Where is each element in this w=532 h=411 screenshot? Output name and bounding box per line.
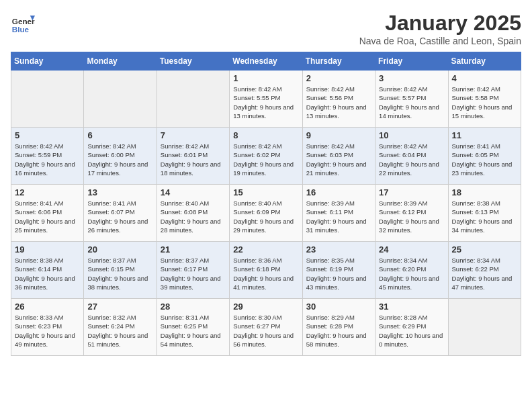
day-info: Sunrise: 8:42 AMSunset: 5:59 PMDaylight:… (15, 142, 80, 177)
day-number: 21 (161, 244, 226, 255)
day-info: Sunrise: 8:38 AMSunset: 6:13 PMDaylight:… (452, 199, 517, 234)
day-info: Sunrise: 8:35 AMSunset: 6:19 PMDaylight:… (306, 256, 371, 291)
day-info: Sunrise: 8:42 AMSunset: 5:55 PMDaylight:… (233, 85, 298, 120)
title-section: January 2025 Nava de Roa, Castille and L… (359, 11, 521, 46)
day-cell (11, 71, 84, 128)
day-cell: 18Sunrise: 8:38 AMSunset: 6:13 PMDayligh… (448, 185, 521, 242)
day-info: Sunrise: 8:33 AMSunset: 6:23 PMDaylight:… (15, 313, 80, 349)
day-cell: 16Sunrise: 8:39 AMSunset: 6:11 PMDayligh… (302, 185, 375, 242)
day-info: Sunrise: 8:39 AMSunset: 6:11 PMDaylight:… (306, 199, 371, 234)
day-info: Sunrise: 8:34 AMSunset: 6:20 PMDaylight:… (379, 256, 444, 291)
day-cell: 28Sunrise: 8:31 AMSunset: 6:25 PMDayligh… (157, 299, 229, 356)
day-cell: 19Sunrise: 8:38 AMSunset: 6:14 PMDayligh… (11, 242, 84, 299)
day-number: 8 (233, 130, 298, 140)
day-info: Sunrise: 8:42 AMSunset: 6:01 PMDaylight:… (161, 142, 226, 177)
page-header: General Blue January 2025 Nava de Roa, C… (11, 11, 521, 46)
day-number: 24 (379, 244, 444, 255)
day-info: Sunrise: 8:37 AMSunset: 6:15 PMDaylight:… (87, 256, 152, 291)
day-info: Sunrise: 8:42 AMSunset: 5:58 PMDaylight:… (452, 85, 517, 120)
day-cell: 27Sunrise: 8:32 AMSunset: 6:24 PMDayligh… (84, 299, 157, 356)
day-number: 11 (452, 130, 517, 140)
day-number: 15 (233, 187, 298, 197)
day-cell: 22Sunrise: 8:36 AMSunset: 6:18 PMDayligh… (230, 242, 302, 299)
day-cell: 4Sunrise: 8:42 AMSunset: 5:58 PMDaylight… (448, 71, 521, 128)
day-info: Sunrise: 8:39 AMSunset: 6:12 PMDaylight:… (379, 199, 444, 234)
day-info: Sunrise: 8:41 AMSunset: 6:06 PMDaylight:… (15, 199, 80, 234)
day-cell: 11Sunrise: 8:41 AMSunset: 6:05 PMDayligh… (448, 128, 521, 185)
day-info: Sunrise: 8:41 AMSunset: 6:07 PMDaylight:… (87, 199, 152, 234)
day-info: Sunrise: 8:41 AMSunset: 6:05 PMDaylight:… (452, 142, 517, 177)
day-number: 20 (87, 244, 152, 255)
week-row-2: 5Sunrise: 8:42 AMSunset: 5:59 PMDaylight… (11, 128, 521, 185)
day-cell: 10Sunrise: 8:42 AMSunset: 6:04 PMDayligh… (375, 128, 448, 185)
day-info: Sunrise: 8:32 AMSunset: 6:24 PMDaylight:… (87, 313, 152, 349)
day-number: 9 (306, 130, 371, 140)
day-cell: 13Sunrise: 8:41 AMSunset: 6:07 PMDayligh… (84, 185, 157, 242)
day-info: Sunrise: 8:42 AMSunset: 6:00 PMDaylight:… (87, 142, 152, 177)
weekday-header-row: Sunday Monday Tuesday Wednesday Thursday… (11, 52, 521, 71)
day-number: 3 (379, 73, 444, 83)
day-cell: 12Sunrise: 8:41 AMSunset: 6:06 PMDayligh… (11, 185, 84, 242)
day-info: Sunrise: 8:42 AMSunset: 6:02 PMDaylight:… (233, 142, 298, 177)
day-info: Sunrise: 8:40 AMSunset: 6:09 PMDaylight:… (233, 199, 298, 234)
day-cell: 21Sunrise: 8:37 AMSunset: 6:17 PMDayligh… (157, 242, 229, 299)
day-info: Sunrise: 8:42 AMSunset: 6:03 PMDaylight:… (306, 142, 371, 177)
header-tuesday: Tuesday (157, 52, 229, 71)
day-info: Sunrise: 8:37 AMSunset: 6:17 PMDaylight:… (161, 256, 226, 291)
day-cell: 1Sunrise: 8:42 AMSunset: 5:55 PMDaylight… (230, 71, 302, 128)
day-number: 23 (306, 244, 371, 255)
day-cell: 3Sunrise: 8:42 AMSunset: 5:57 PMDaylight… (375, 71, 448, 128)
day-cell: 9Sunrise: 8:42 AMSunset: 6:03 PMDaylight… (302, 128, 375, 185)
day-cell: 26Sunrise: 8:33 AMSunset: 6:23 PMDayligh… (11, 299, 84, 356)
day-number: 13 (87, 187, 152, 197)
day-cell: 5Sunrise: 8:42 AMSunset: 5:59 PMDaylight… (11, 128, 84, 185)
svg-text:Blue: Blue (12, 25, 30, 34)
header-wednesday: Wednesday (230, 52, 302, 71)
day-info: Sunrise: 8:30 AMSunset: 6:27 PMDaylight:… (233, 313, 298, 349)
header-sunday: Sunday (11, 52, 84, 71)
day-cell: 25Sunrise: 8:34 AMSunset: 6:22 PMDayligh… (448, 242, 521, 299)
day-info: Sunrise: 8:34 AMSunset: 6:22 PMDaylight:… (452, 256, 517, 291)
calendar-subtitle: Nava de Roa, Castille and Leon, Spain (359, 36, 521, 46)
day-cell: 15Sunrise: 8:40 AMSunset: 6:09 PMDayligh… (230, 185, 302, 242)
day-cell: 14Sunrise: 8:40 AMSunset: 6:08 PMDayligh… (157, 185, 229, 242)
day-cell: 7Sunrise: 8:42 AMSunset: 6:01 PMDaylight… (157, 128, 229, 185)
day-number: 17 (379, 187, 444, 197)
day-number: 28 (161, 302, 226, 312)
day-cell: 17Sunrise: 8:39 AMSunset: 6:12 PMDayligh… (375, 185, 448, 242)
day-number: 2 (306, 73, 371, 83)
day-cell: 8Sunrise: 8:42 AMSunset: 6:02 PMDaylight… (230, 128, 302, 185)
day-cell: 31Sunrise: 8:28 AMSunset: 6:29 PMDayligh… (375, 299, 448, 356)
day-number: 7 (161, 130, 226, 140)
day-cell: 23Sunrise: 8:35 AMSunset: 6:19 PMDayligh… (302, 242, 375, 299)
header-monday: Monday (84, 52, 157, 71)
day-number: 18 (452, 187, 517, 197)
week-row-1: 1Sunrise: 8:42 AMSunset: 5:55 PMDaylight… (11, 71, 521, 128)
header-thursday: Thursday (302, 52, 375, 71)
day-number: 14 (161, 187, 226, 197)
day-info: Sunrise: 8:36 AMSunset: 6:18 PMDaylight:… (233, 256, 298, 291)
day-number: 26 (15, 302, 80, 312)
day-number: 4 (452, 73, 517, 83)
day-number: 6 (87, 130, 152, 140)
day-info: Sunrise: 8:38 AMSunset: 6:14 PMDaylight:… (15, 256, 80, 291)
day-info: Sunrise: 8:29 AMSunset: 6:28 PMDaylight:… (306, 313, 371, 349)
day-cell (84, 71, 157, 128)
week-row-3: 12Sunrise: 8:41 AMSunset: 6:06 PMDayligh… (11, 185, 521, 242)
day-cell: 20Sunrise: 8:37 AMSunset: 6:15 PMDayligh… (84, 242, 157, 299)
day-number: 5 (15, 130, 80, 140)
day-number: 12 (15, 187, 80, 197)
day-number: 31 (379, 302, 444, 312)
header-friday: Friday (375, 52, 448, 71)
day-info: Sunrise: 8:40 AMSunset: 6:08 PMDaylight:… (161, 199, 226, 234)
day-number: 30 (306, 302, 371, 312)
day-number: 16 (306, 187, 371, 197)
day-number: 10 (379, 130, 444, 140)
day-number: 27 (87, 302, 152, 312)
day-cell: 30Sunrise: 8:29 AMSunset: 6:28 PMDayligh… (302, 299, 375, 356)
day-cell (157, 71, 229, 128)
day-number: 25 (452, 244, 517, 255)
day-cell: 2Sunrise: 8:42 AMSunset: 5:56 PMDaylight… (302, 71, 375, 128)
day-info: Sunrise: 8:42 AMSunset: 5:57 PMDaylight:… (379, 85, 444, 120)
day-info: Sunrise: 8:42 AMSunset: 5:56 PMDaylight:… (306, 85, 371, 120)
